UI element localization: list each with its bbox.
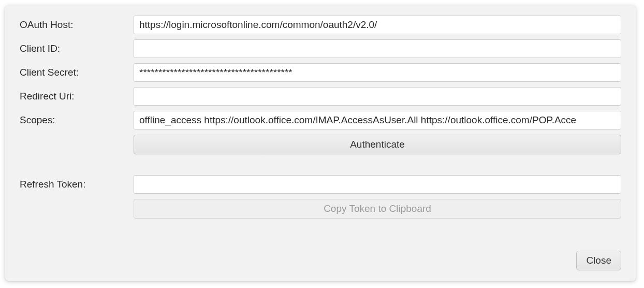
client-id-input[interactable] xyxy=(134,39,621,58)
scopes-input[interactable] xyxy=(134,111,621,129)
refresh-token-row: Refresh Token: xyxy=(20,175,621,194)
client-id-label: Client ID: xyxy=(20,43,134,54)
oauth-host-label: OAuth Host: xyxy=(20,19,134,31)
refresh-token-label: Refresh Token: xyxy=(20,179,134,190)
authenticate-row: Authenticate xyxy=(20,135,621,154)
redirect-uri-row: Redirect Uri: xyxy=(20,87,621,106)
close-button[interactable]: Close xyxy=(576,251,621,270)
redirect-uri-input[interactable] xyxy=(134,87,621,106)
scopes-row: Scopes: xyxy=(20,111,621,129)
client-secret-input[interactable] xyxy=(134,63,621,82)
redirect-uri-label: Redirect Uri: xyxy=(20,91,134,102)
copy-token-button[interactable]: Copy Token to Clipboard xyxy=(134,199,621,219)
oauth-host-input[interactable] xyxy=(134,16,621,34)
dialog-footer: Close xyxy=(576,251,621,270)
oauth-host-row: OAuth Host: xyxy=(20,16,621,34)
oauth-config-dialog: OAuth Host: Client ID: Client Secret: Re… xyxy=(5,5,636,281)
authenticate-button[interactable]: Authenticate xyxy=(134,135,621,154)
client-id-row: Client ID: xyxy=(20,39,621,58)
client-secret-row: Client Secret: xyxy=(20,63,621,82)
scopes-label: Scopes: xyxy=(20,114,134,126)
refresh-token-input[interactable] xyxy=(134,175,621,194)
copy-token-row: Copy Token to Clipboard xyxy=(20,199,621,219)
client-secret-label: Client Secret: xyxy=(20,67,134,78)
